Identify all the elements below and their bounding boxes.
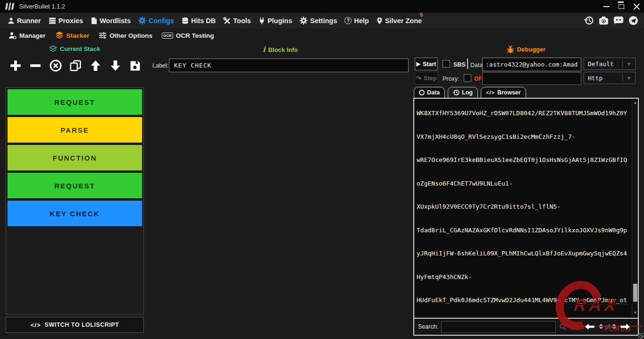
tools-wrench-icon bbox=[223, 17, 231, 25]
stack-block-keycheck[interactable]: KEY CHECK bbox=[8, 201, 142, 226]
configs-sub-menu: Manager Stacker Other Options OCR OCR Te… bbox=[0, 28, 644, 42]
camera-icon[interactable] bbox=[599, 16, 609, 25]
close-button[interactable] bbox=[629, 0, 644, 13]
menu-proxies[interactable]: Proxies bbox=[45, 13, 87, 28]
history-icon[interactable] bbox=[584, 16, 594, 25]
menu-runner[interactable]: Runner bbox=[4, 13, 45, 28]
match-counter: 0of0 bbox=[600, 323, 616, 330]
submenu-ocr-testing-label: OCR Testing bbox=[176, 32, 214, 39]
menu-tools-label: Tools bbox=[233, 17, 251, 25]
stack-block-parse-1[interactable]: PARSE bbox=[8, 117, 142, 143]
log-line: yJRqHiIjFW-6shKeliL09X_PLhMIhCwLQlxBfJoE… bbox=[417, 250, 632, 258]
help-question-icon: ? bbox=[344, 17, 351, 24]
log-line: WK8XTXfHY5369U7VoHZ_rDSW07LD8042/REZ2TKV… bbox=[417, 110, 632, 118]
move-up-button[interactable] bbox=[87, 58, 103, 74]
controls-separator bbox=[467, 59, 468, 69]
current-stack-header: Current Stack bbox=[0, 45, 149, 52]
proxy-input[interactable] bbox=[482, 72, 581, 85]
log-line: HUdFuEkT_Pdk0J6mdcSTZMvwD2Jdu441ML4WV9m_… bbox=[417, 297, 632, 305]
log-line: oZgENso6F4ChET7wU9LNLuEu1- bbox=[417, 180, 632, 188]
step-arrow-icon: ↷ bbox=[416, 75, 422, 82]
proxy-checkbox[interactable] bbox=[464, 74, 471, 82]
add-block-button[interactable] bbox=[8, 58, 24, 74]
wordlists-document-icon bbox=[91, 17, 97, 25]
log-scrollbar[interactable]: ▲ ▼ bbox=[632, 99, 638, 317]
bug-icon bbox=[507, 45, 514, 53]
menu-silver-zone[interactable]: 5 Silver Zone bbox=[373, 13, 426, 28]
submenu-stacker[interactable]: Stacker bbox=[50, 32, 94, 39]
tab-browser[interactable]: </> Browser bbox=[481, 87, 526, 98]
app-logo-icon bbox=[5, 3, 14, 10]
search-caption: Search: bbox=[418, 323, 438, 330]
log-line: XUxpkUl92V0ECC0Ty7Cr2Rtu9itto7sl_lflN5- bbox=[417, 203, 632, 211]
minimize-button[interactable] bbox=[599, 0, 614, 13]
debugger-header: Debugger bbox=[413, 45, 639, 53]
remove-block-button[interactable] bbox=[27, 58, 43, 74]
switch-to-loliscript-button[interactable]: </> SWITCH TO LOLISCRIPT bbox=[6, 317, 144, 333]
sliders-icon bbox=[99, 32, 107, 39]
stack-block-request-1[interactable]: REQUEST bbox=[8, 89, 142, 115]
menu-wordlists[interactable]: Wordlists bbox=[87, 13, 134, 28]
maximize-icon bbox=[619, 4, 624, 9]
prev-match-button[interactable] bbox=[584, 323, 595, 331]
log-search-input[interactable] bbox=[441, 321, 556, 333]
discord-icon[interactable] bbox=[613, 16, 624, 25]
menu-hitsdb-label: Hits DB bbox=[191, 17, 216, 25]
configs-gear-icon bbox=[138, 17, 146, 25]
stack-toolbar bbox=[8, 56, 143, 76]
tab-log[interactable]: Log bbox=[448, 87, 478, 98]
next-match-button[interactable] bbox=[619, 323, 631, 331]
play-icon: ▶ bbox=[417, 61, 420, 67]
silver-zone-pin-icon bbox=[376, 17, 383, 25]
scroll-up-icon[interactable]: ▲ bbox=[632, 100, 638, 106]
menu-tools[interactable]: Tools bbox=[219, 13, 255, 28]
resize-grip[interactable] bbox=[638, 333, 644, 339]
submenu-other-options-label: Other Options bbox=[109, 32, 152, 39]
stack-block-function[interactable]: FUNCTION bbox=[8, 145, 142, 170]
submenu-manager[interactable]: Manager bbox=[4, 32, 50, 39]
stack-panel: REQUEST PARSE FUNCTION REQUEST KEY CHECK bbox=[6, 87, 144, 314]
clear-stack-button[interactable] bbox=[48, 58, 64, 74]
step-button[interactable]: ↷ Step bbox=[415, 72, 438, 85]
telegram-icon[interactable] bbox=[628, 16, 638, 25]
proxies-server-icon bbox=[49, 17, 56, 25]
submenu-ocr-testing[interactable]: OCR OCR Testing bbox=[157, 32, 219, 39]
stack-block-request-2[interactable]: REQUEST bbox=[8, 173, 142, 198]
proxy-type-dropdown[interactable]: Http ▼ bbox=[584, 72, 636, 84]
tab-data[interactable]: Data bbox=[414, 87, 445, 98]
sbs-checkbox[interactable] bbox=[443, 60, 450, 68]
menu-wordlists-label: Wordlists bbox=[100, 17, 131, 25]
plugins-plug-icon bbox=[259, 17, 265, 25]
move-down-button[interactable] bbox=[108, 58, 124, 74]
window-title: SilverBullet 1.1.2 bbox=[19, 3, 66, 10]
clone-block-button[interactable] bbox=[67, 58, 84, 74]
menu-plugins-label: Plugins bbox=[268, 17, 292, 25]
chevron-down-icon: ▼ bbox=[623, 61, 635, 67]
submenu-other-options[interactable]: Other Options bbox=[94, 32, 157, 39]
menu-configs[interactable]: Configs bbox=[134, 13, 178, 28]
search-go-button[interactable]: GO bbox=[560, 323, 577, 330]
scrollbar-thumb[interactable] bbox=[633, 284, 637, 302]
menu-settings[interactable]: Settings bbox=[296, 13, 341, 28]
save-config-button[interactable] bbox=[127, 58, 143, 74]
wordlist-type-dropdown[interactable]: Default ▼ bbox=[584, 58, 636, 70]
menu-help[interactable]: ? Help bbox=[341, 13, 372, 28]
runner-person-icon bbox=[8, 17, 15, 25]
chevron-down-icon: ▼ bbox=[623, 76, 635, 81]
start-button[interactable]: ▶ Start bbox=[415, 58, 438, 70]
switch-to-loliscript-label: SWITCH TO LOLISCRIPT bbox=[45, 322, 119, 328]
main-menu-bar: Runner Proxies Wordlists Configs Hits DB… bbox=[0, 13, 644, 28]
log-search-bar: Search: GO 0of0 bbox=[414, 318, 638, 335]
ocr-icon: OCR bbox=[162, 33, 173, 39]
title-bar: SilverBullet 1.1.2 bbox=[0, 0, 644, 13]
debug-data-input[interactable] bbox=[482, 58, 581, 71]
scroll-down-icon[interactable]: ▼ bbox=[632, 310, 638, 316]
menu-runner-label: Runner bbox=[17, 17, 41, 25]
block-label-input[interactable] bbox=[169, 59, 409, 72]
menu-plugins[interactable]: Plugins bbox=[255, 13, 296, 28]
log-line: wRE7Oce969IrE3keBBieuXS1eeZbEQT0j1OsHsNs… bbox=[417, 156, 632, 164]
maximize-button[interactable] bbox=[614, 0, 629, 13]
log-view[interactable]: WK8XTXfHY5369U7VoHZ_rDSW07LD8042/REZ2TKV… bbox=[414, 99, 632, 317]
submenu-stacker-label: Stacker bbox=[67, 32, 90, 39]
menu-hitsdb[interactable]: Hits DB bbox=[178, 13, 219, 28]
